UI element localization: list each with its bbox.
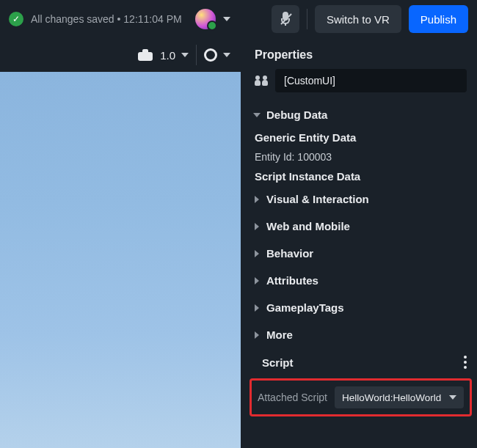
panel-title: Properties: [244, 38, 477, 69]
people-icon: [255, 76, 268, 86]
circle-icon: [204, 48, 217, 62]
entity-id-line: Entity Id: 100003: [244, 147, 477, 167]
section-label: GameplayTags: [266, 301, 344, 314]
chevron-right-icon: [255, 331, 259, 339]
chevron-right-icon: [255, 250, 259, 257]
entity-name-input[interactable]: [CustomUI]: [275, 69, 467, 92]
attached-script-label: Attached Script: [258, 392, 327, 403]
view-mode-selector[interactable]: [204, 48, 230, 62]
section-more[interactable]: More: [244, 321, 477, 348]
section-script[interactable]: Script: [244, 348, 477, 376]
section-label: Debug Data: [266, 109, 327, 121]
section-web-mobile[interactable]: Web and Mobile: [244, 213, 477, 240]
section-label: Web and Mobile: [266, 220, 350, 232]
section-attributes[interactable]: Attributes: [244, 267, 477, 294]
section-behavior[interactable]: Behavior: [244, 240, 477, 267]
chevron-down-icon: [181, 53, 189, 57]
script-more-menu-icon[interactable]: [464, 356, 467, 369]
properties-panel: Properties [CustomUI] Debug Data Generic…: [244, 38, 477, 448]
section-label: More: [266, 328, 293, 341]
attached-script-select[interactable]: HelloWorld:HelloWorld: [335, 386, 464, 408]
zoom-value: 1.0: [160, 49, 175, 62]
publish-button[interactable]: Publish: [409, 5, 468, 33]
chevron-right-icon: [255, 196, 259, 203]
mic-slash-icon: [280, 12, 291, 26]
top-bar: ✓ All changes saved • 12:11:04 PM Switch…: [0, 0, 477, 38]
generic-entity-data-heading: Generic Entity Data: [244, 128, 477, 147]
chevron-right-icon: [255, 304, 259, 312]
chevron-down-icon: [449, 395, 456, 400]
script-instance-data-heading: Script Instance Data: [244, 167, 477, 186]
section-debug-data[interactable]: Debug Data: [244, 101, 477, 128]
section-label: Script: [262, 356, 294, 369]
avatar-menu-chevron-icon[interactable]: [223, 17, 230, 21]
avatar[interactable]: [195, 9, 216, 29]
section-label: Behavior: [266, 247, 313, 260]
section-gameplay-tags[interactable]: GameplayTags: [244, 294, 477, 321]
chevron-right-icon: [255, 277, 259, 284]
attached-script-value: HelloWorld:HelloWorld: [342, 392, 441, 403]
divider: [196, 45, 197, 65]
viewport-canvas[interactable]: [0, 72, 241, 448]
chevron-down-icon: [223, 53, 230, 57]
chevron-down-icon: [253, 113, 261, 117]
chevron-right-icon: [255, 223, 259, 230]
save-status-icon: ✓: [9, 12, 23, 26]
section-visual-interaction[interactable]: Visual & Interaction: [244, 186, 477, 213]
section-label: Visual & Interaction: [266, 193, 369, 205]
viewport-toolbar: 1.0: [0, 38, 241, 72]
mute-mic-button[interactable]: [272, 5, 299, 33]
switch-to-vr-button[interactable]: Switch to VR: [315, 5, 401, 33]
camera-icon[interactable]: [138, 49, 153, 61]
zoom-selector[interactable]: 1.0: [160, 49, 189, 62]
entity-name-value: [CustomUI]: [284, 75, 335, 87]
section-label: Attributes: [266, 274, 318, 287]
save-status-text: All changes saved • 12:11:04 PM: [31, 13, 182, 25]
attached-script-row-highlight: Attached Script HelloWorld:HelloWorld: [250, 378, 472, 416]
entity-name-row: [CustomUI]: [244, 69, 477, 101]
divider: [307, 9, 307, 29]
